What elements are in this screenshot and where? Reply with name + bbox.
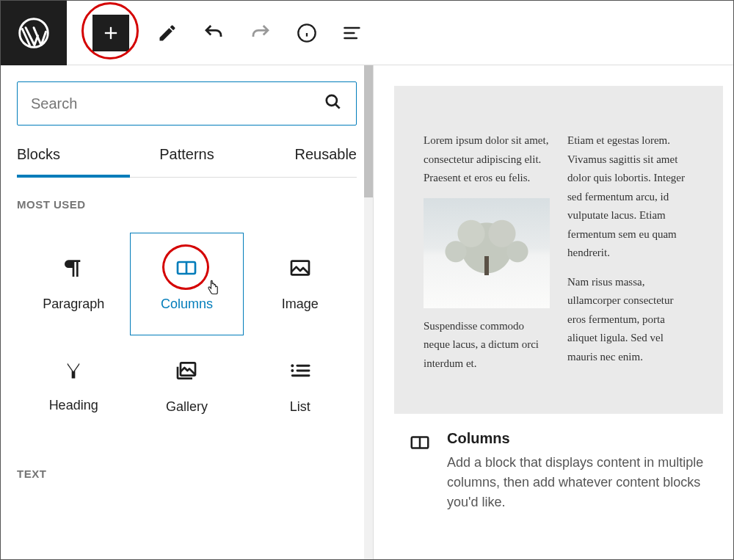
inserter-tabs: Blocks Patterns Reusable (17, 146, 357, 178)
block-label: Gallery (166, 399, 208, 415)
block-image[interactable]: Image (244, 233, 357, 335)
block-label: Columns (161, 297, 213, 312)
add-block-button[interactable] (92, 15, 129, 51)
block-inserter-panel: Blocks Patterns Reusable MOST USED Parag… (1, 65, 374, 559)
preview-image (424, 198, 550, 308)
info-description: Add a block that displays content in mul… (447, 453, 708, 512)
blocks-grid: Paragraph Columns Image (17, 233, 357, 438)
preview-text: Nam risus massa, ullamcorper consectetur… (567, 273, 694, 367)
preview-text: Lorem ipsum dolor sit amet, consectetur … (424, 131, 550, 188)
block-label: Paragraph (43, 297, 104, 312)
preview-column-1: Lorem ipsum dolor sit amet, consectetur … (424, 131, 550, 384)
pointer-cursor-icon (206, 280, 220, 301)
block-info-card: Columns Add a block that displays conten… (394, 413, 723, 524)
tab-blocks[interactable]: Blocks (17, 146, 130, 178)
block-label: List (290, 399, 310, 415)
block-paragraph[interactable]: Paragraph (17, 233, 130, 335)
preview-text: Suspendisse commodo neque lacus, a dictu… (424, 317, 550, 374)
svg-point-17 (291, 369, 294, 372)
columns-icon (175, 256, 198, 283)
columns-icon (409, 430, 431, 512)
preview-panel: Lorem ipsum dolor sit amet, consectetur … (374, 65, 733, 559)
preview-content: Lorem ipsum dolor sit amet, consectetur … (394, 86, 723, 413)
info-icon[interactable] (297, 23, 317, 43)
search-box (17, 81, 357, 126)
undo-icon[interactable] (203, 22, 225, 44)
block-label: Image (282, 297, 319, 312)
tab-patterns[interactable]: Patterns (130, 146, 243, 177)
tab-reusable[interactable]: Reusable (244, 146, 357, 177)
block-list[interactable]: List (244, 335, 357, 438)
block-gallery[interactable]: Gallery (130, 335, 243, 438)
svg-point-15 (291, 364, 294, 367)
outline-icon[interactable] (342, 23, 363, 43)
paragraph-icon (62, 256, 85, 283)
wordpress-logo[interactable] (1, 1, 67, 65)
section-most-used: MOST USED (17, 198, 357, 211)
section-text: TEXT (17, 468, 357, 480)
edit-tool-icon[interactable] (157, 23, 178, 43)
search-input[interactable] (31, 95, 324, 112)
toolbar-tools (157, 22, 363, 44)
redo-icon[interactable] (250, 22, 272, 44)
info-text: Columns Add a block that displays conten… (447, 430, 708, 512)
preview-text: Etiam et egestas lorem. Vivamus sagittis… (567, 131, 694, 263)
scrollbar-thumb[interactable] (364, 65, 373, 197)
top-toolbar (1, 1, 733, 65)
svg-point-9 (327, 95, 337, 106)
search-icon[interactable] (324, 92, 343, 114)
block-heading[interactable]: Heading (17, 335, 130, 438)
block-label: Heading (49, 398, 98, 413)
block-columns[interactable]: Columns (130, 233, 243, 335)
heading-icon (63, 360, 84, 385)
list-icon (288, 359, 312, 386)
image-icon (288, 256, 312, 283)
preview-column-2: Etiam et egestas lorem. Vivamus sagittis… (567, 131, 694, 384)
gallery-icon (175, 359, 198, 386)
svg-line-10 (335, 104, 339, 108)
info-title: Columns (447, 430, 708, 447)
